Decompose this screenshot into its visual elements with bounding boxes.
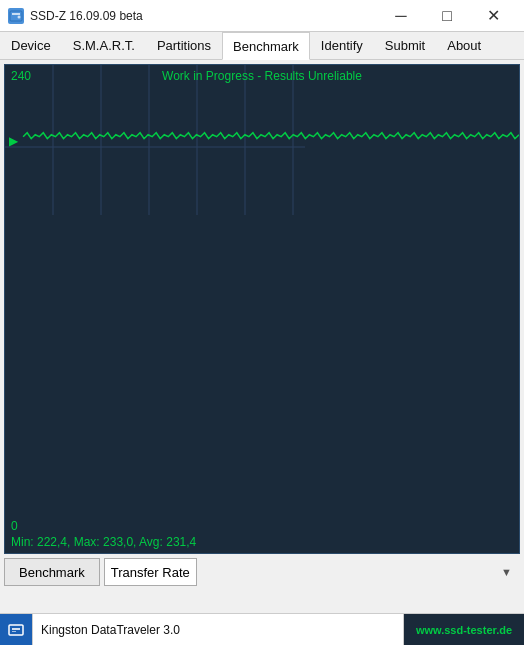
transfer-select-wrapper: Transfer Rate ▼ [104,558,520,586]
svg-rect-1 [12,13,20,15]
usb-icon [7,621,25,639]
menu-partitions[interactable]: Partitions [146,32,222,59]
device-icon [0,614,32,646]
menu-identify[interactable]: Identify [310,32,374,59]
minimize-button[interactable]: ─ [378,0,424,32]
chevron-down-icon: ▼ [501,566,512,578]
transfer-select[interactable]: Transfer Rate [104,558,197,586]
disk-icon [9,9,23,23]
window-controls: ─ □ ✕ [378,0,516,32]
chart-y-max: 240 [11,69,31,83]
main-content: ▶ Work in Progress - Results Unreliable … [0,60,524,594]
menu-about[interactable]: About [436,32,492,59]
menu-smart[interactable]: S.M.A.R.T. [62,32,146,59]
status-bar: Kingston DataTraveler 3.0 www.ssd-tester… [0,613,524,645]
chart-y-min: 0 [11,519,18,533]
close-button[interactable]: ✕ [470,0,516,32]
svg-rect-0 [10,11,22,21]
chart-title: Work in Progress - Results Unreliable [162,69,362,83]
benchmark-button[interactable]: Benchmark [4,558,100,586]
benchmark-chart: ▶ Work in Progress - Results Unreliable … [4,64,520,554]
brand-label: www.ssd-tester.de [404,614,524,645]
chart-stats: Min: 222,4, Max: 233,0, Avg: 231,4 [11,535,196,549]
menu-submit[interactable]: Submit [374,32,436,59]
menu-benchmark[interactable]: Benchmark [222,32,310,60]
menu-device[interactable]: Device [0,32,62,59]
svg-text:▶: ▶ [9,134,19,148]
svg-point-2 [18,15,21,18]
device-name: Kingston DataTraveler 3.0 [32,614,404,645]
menu-bar: Device S.M.A.R.T. Partitions Benchmark I… [0,32,524,60]
maximize-button[interactable]: □ [424,0,470,32]
svg-rect-16 [12,628,20,630]
waveform: ▶ [5,65,519,553]
window-title: SSD-Z 16.09.09 beta [30,9,143,23]
title-bar-left: SSD-Z 16.09.09 beta [8,8,143,24]
app-icon [8,8,24,24]
title-bar: SSD-Z 16.09.09 beta ─ □ ✕ [0,0,524,32]
bottom-controls: Benchmark Transfer Rate ▼ [4,558,520,586]
svg-rect-17 [12,631,16,632]
